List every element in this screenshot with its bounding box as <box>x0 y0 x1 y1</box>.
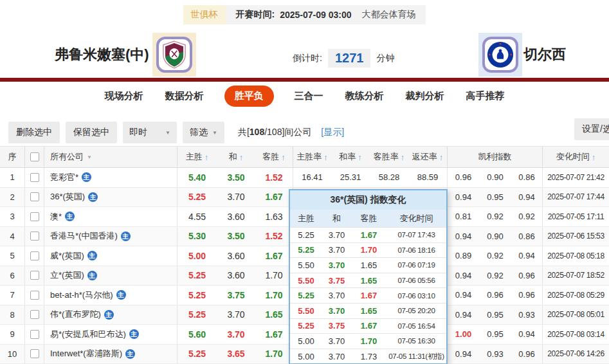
settings-button[interactable]: 设置/选择 <box>574 118 609 140</box>
header-home-rate[interactable]: 主胜率 ↑ <box>293 147 331 167</box>
popup-row[interactable]: 5.253.751.6707-05 16:54 <box>290 318 446 334</box>
kickoff-label: 开赛时间: <box>236 9 275 21</box>
sort-up-icon: ↑ <box>323 152 328 162</box>
popup-row[interactable]: 5.503.751.6507-06 05:56 <box>290 273 446 288</box>
keep-selected-button[interactable]: 保留选中 <box>66 122 117 143</box>
header-payout-rate[interactable]: 返还率 ↑ <box>408 147 447 167</box>
odds-away-cell: 1.67 <box>255 188 293 207</box>
header-payout-rate-label: 返还率 <box>412 151 437 163</box>
row-number: 10 <box>0 345 24 364</box>
odds-draw-cell: 3.75 <box>217 286 255 305</box>
away-rate-cell: 58.28 <box>370 168 408 187</box>
row-checkbox[interactable] <box>30 212 39 221</box>
select-all-checkbox[interactable] <box>30 152 39 161</box>
tab-live-analysis[interactable]: 现场分析 <box>104 86 145 107</box>
company-cell[interactable]: 香港马*(中国香港)主 <box>44 227 177 246</box>
popup-home-cell: 5.25 <box>290 321 322 331</box>
row-checkbox[interactable] <box>30 173 39 182</box>
home-rate-cell: 16.41 <box>293 168 331 187</box>
popup-row[interactable]: 5.503.701.6507-05 20:20 <box>290 303 446 318</box>
row-checkbox[interactable] <box>30 349 39 358</box>
tab-expert-picks[interactable]: 高手推荐 <box>465 86 506 107</box>
tab-three-in-one[interactable]: 三合一 <box>293 86 325 107</box>
change-time-cell: 2025-07-08 05:18 <box>542 246 609 266</box>
kelly-1-cell: 0.89 <box>447 246 479 266</box>
company-cell[interactable]: 36*(英国)主 <box>44 188 177 207</box>
kelly-3-cell: 0.86 <box>511 168 542 187</box>
popup-row[interactable]: 5.253.701.6707-07 17:43 <box>290 227 446 242</box>
row-checkbox[interactable] <box>30 232 39 241</box>
row-checkbox[interactable] <box>30 251 39 260</box>
popup-time-cell: 07-05 20:20 <box>386 307 446 314</box>
row-number: 5 <box>0 246 24 266</box>
header-change-time[interactable]: 变化时间 ↑ <box>542 147 609 167</box>
row-checkbox[interactable] <box>30 310 39 319</box>
company-badge-icon: 主 <box>116 290 126 300</box>
company-cell[interactable]: bet-at-h*(马尔他)主 <box>44 286 177 305</box>
popup-row[interactable]: 5.503.701.6507-06 07:19 <box>290 257 446 273</box>
header-draw-odds[interactable]: 和 ↑ <box>217 147 255 167</box>
table-row[interactable]: 1竞彩官*主5.403.501.5216.4125.3158.2888.590.… <box>0 168 609 188</box>
popup-draw-cell: 3.75 <box>322 276 351 286</box>
company-name: 香港马*(中国香港) <box>50 230 118 242</box>
odds-comparison-page: 世俱杯 开赛时间: 2025-07-09 03:00 大都会体育场 弗鲁米嫩塞(… <box>0 0 609 364</box>
company-count-prefix: 共[ <box>238 127 250 137</box>
row-checkbox[interactable] <box>30 291 39 300</box>
row-checkbox[interactable] <box>30 271 39 280</box>
kelly-1-cell: 0.94 <box>447 345 479 364</box>
popup-draw-cell: 3.75 <box>322 321 351 331</box>
odds-draw-cell: 3.50 <box>217 168 255 187</box>
company-cell[interactable]: 立*(英国)主 <box>44 266 177 286</box>
company-cell[interactable]: 伟*(直布罗陀)主 <box>44 305 177 325</box>
company-cell[interactable]: 易*(安提瓜和巴布达)主 <box>44 325 177 344</box>
popup-body: 5.253.701.6707-07 17:435.253.701.7007-06… <box>290 227 446 363</box>
delete-selected-button[interactable]: 删除选中 <box>8 122 60 143</box>
sort-up-icon: ↑ <box>239 152 244 162</box>
company-cell[interactable]: 竞彩官*主 <box>44 168 177 187</box>
countdown-value: 1271 <box>328 49 371 68</box>
header-away-odds-label: 客胜 <box>262 151 279 163</box>
header-away-odds[interactable]: 客胜 ↑ <box>255 147 293 167</box>
row-checkbox[interactable] <box>30 330 39 339</box>
match-meta-bar: 世俱杯 开赛时间: 2025-07-09 03:00 大都会体育场 <box>0 5 609 24</box>
change-time-cell: 2025-07-07 17:44 <box>542 188 609 207</box>
tab-coach-analysis[interactable]: 教练分析 <box>344 86 385 107</box>
tab-referee-analysis[interactable]: 裁判分析 <box>404 86 446 107</box>
row-checkbox-cell <box>24 345 44 364</box>
row-checkbox-cell <box>24 305 44 325</box>
odds-draw-cell: 3.70 <box>217 325 255 344</box>
time-mode-select[interactable]: 即时 ▼ <box>123 122 177 143</box>
popup-row[interactable]: 5.003.701.7007-05 16:30 <box>290 333 446 349</box>
odds-home-cell: 5.25 <box>177 305 217 325</box>
popup-row[interactable]: 5.003.701.7307-05 11:31(初指) <box>290 349 446 364</box>
popup-row[interactable]: 5.253.701.7007-06 18:16 <box>290 242 446 258</box>
popup-header-home: 主胜 <box>290 213 322 224</box>
row-checkbox-cell <box>24 227 44 246</box>
row-checkbox[interactable] <box>30 192 39 201</box>
header-company[interactable]: 所有公司 ▼ <box>44 147 177 167</box>
home-team-logo <box>152 33 196 77</box>
popup-home-cell: 5.00 <box>290 352 322 361</box>
company-cell[interactable]: 威*(英国)主 <box>44 246 177 266</box>
company-cell[interactable]: Interwet*(塞浦路斯)主 <box>44 345 177 364</box>
tab-data-analysis[interactable]: 数据分析 <box>164 86 205 107</box>
odds-home-cell: 5.00 <box>177 246 217 266</box>
popup-draw-cell: 3.70 <box>322 336 351 346</box>
kelly-3-cell: 0.93 <box>511 305 542 325</box>
header-draw-rate[interactable]: 和率 ↑ <box>331 147 370 167</box>
popup-draw-cell: 3.70 <box>322 306 351 316</box>
tab-win-draw-lose[interactable]: 胜平负 <box>224 86 274 107</box>
popup-away-cell: 1.73 <box>351 352 386 361</box>
sort-up-icon: ↑ <box>439 152 444 162</box>
company-badge-icon: 主 <box>104 310 114 320</box>
odds-home-cell: 5.25 <box>177 345 217 364</box>
header-home-odds[interactable]: 主胜 ↑ <box>177 147 217 167</box>
header-away-rate[interactable]: 客胜率 ↑ <box>370 147 408 167</box>
popup-away-cell: 1.67 <box>351 230 386 240</box>
popup-row[interactable]: 5.253.701.6707-06 03:10 <box>290 287 446 303</box>
show-link[interactable]: [显示] <box>321 127 344 138</box>
company-name: 竞彩官* <box>50 172 78 183</box>
row-checkbox-cell <box>24 266 44 286</box>
filter-dropdown[interactable]: 筛选 ▼ <box>183 122 224 143</box>
company-cell[interactable]: 澳*主 <box>44 207 177 226</box>
